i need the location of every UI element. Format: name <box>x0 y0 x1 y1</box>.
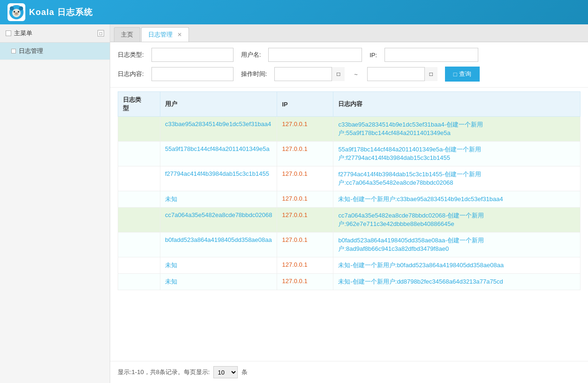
date-to-wrap: 2016-07-29 □ <box>367 67 437 81</box>
date-from-wrap: 2016-07-28 □ <box>274 67 345 81</box>
table-row: 未知127.0.0.1未知-创建一个新用户:b0fadd523a864a4198… <box>118 257 580 274</box>
table-row: b0fadd523a864a4198405dd358ae08aa127.0.0.… <box>118 233 580 257</box>
filter-row-1: 日志类型: 用户名: IP: <box>118 48 580 62</box>
cell-user: f27794ac414f4b3984dab15c3c1b1455 <box>160 166 277 191</box>
filter-bar: 日志类型: 用户名: IP: 日志内容: 操作时间: 2016-07-28 □ … <box>110 42 588 88</box>
table-wrap: 日志类型 用户 IP 日志内容 c33bae95a2834514b9e1dc53… <box>110 88 588 361</box>
cell-user: b0fadd523a864a4198405dd358ae08aa <box>160 233 277 257</box>
cell-ip: 127.0.0.1 <box>277 117 333 142</box>
table-row: f27794ac414f4b3984dab15c3c1b1455127.0.0.… <box>118 166 580 191</box>
date-to-btn[interactable]: □ <box>424 67 437 81</box>
cell-content: c33bae95a2834514b9e1dc53ef31baa4-创建一个新用户… <box>333 117 580 142</box>
query-label: 查询 <box>459 70 471 78</box>
svg-point-5 <box>14 11 15 13</box>
cell-type <box>118 142 160 166</box>
log-type-label: 日志类型: <box>118 51 144 59</box>
log-management-checkbox <box>11 49 16 53</box>
query-button[interactable]: □ 查询 <box>445 67 480 82</box>
sidebar-item-label: 日志管理 <box>19 47 43 55</box>
app-header: Koala 日志系统 <box>0 0 588 24</box>
svg-point-2 <box>19 6 23 10</box>
col-log-type: 日志类型 <box>118 92 160 117</box>
cell-user: 未知 <box>160 257 277 274</box>
cell-ip: 127.0.0.1 <box>277 166 333 191</box>
svg-point-7 <box>15 13 17 15</box>
cell-type <box>118 257 160 274</box>
tab-home[interactable]: 主页 <box>114 27 140 42</box>
col-ip: IP <box>277 92 333 117</box>
cell-content: 未知-创建一个新用户:c33bae95a2834514b9e1dc53ef31b… <box>333 191 580 208</box>
cell-content: 未知-创建一个新用户:dd8798b2fec34568a64d3213a77a7… <box>333 274 580 290</box>
page-size-select[interactable]: 102050100 <box>213 366 238 378</box>
svg-point-6 <box>18 11 20 13</box>
cell-user: 55a9f178bc144cf484a2011401349e5a <box>160 142 277 166</box>
cell-type <box>118 274 160 290</box>
table-header-row: 日志类型 用户 IP 日志内容 <box>118 92 580 117</box>
username-input[interactable] <box>268 48 362 62</box>
cell-content: f27794ac414f4b3984dab15c3c1b1455-创建一个新用户… <box>333 166 580 191</box>
table-row: c33bae95a2834514b9e1dc53ef31baa4127.0.0.… <box>118 117 580 142</box>
cell-user: c33bae95a2834514b9e1dc53ef31baa4 <box>160 117 277 142</box>
cell-ip: 127.0.0.1 <box>277 208 333 233</box>
pagination-info: 显示:1-10，共8条记录。每页显示: <box>118 368 210 376</box>
cell-user: cc7a064a35e5482ea8cde78bbdc02068 <box>160 208 277 233</box>
cell-user: 未知 <box>160 191 277 208</box>
filter-row-2: 日志内容: 操作时间: 2016-07-28 □ ~ 2016-07-29 □ … <box>118 67 580 82</box>
main-layout: 主菜单 □ 日志管理 主页 日志管理 ✕ 日志类型: 用户名: <box>0 24 588 383</box>
cell-ip: 127.0.0.1 <box>277 142 333 166</box>
log-table: 日志类型 用户 IP 日志内容 c33bae95a2834514b9e1dc53… <box>118 91 580 290</box>
sidebar-collapse-icon[interactable]: □ <box>98 30 104 37</box>
table-row: cc7a064a35e5482ea8cde78bbdc02068127.0.0.… <box>118 208 580 233</box>
username-label: 用户名: <box>241 51 261 59</box>
date-separator: ~ <box>352 71 360 78</box>
cell-ip: 127.0.0.1 <box>277 274 333 290</box>
col-log-content: 日志内容 <box>333 92 580 117</box>
pagination: 显示:1-10，共8条记录。每页显示: 102050100 条 <box>110 361 588 383</box>
op-time-label: 操作时间: <box>241 70 267 78</box>
log-type-input[interactable] <box>151 48 234 62</box>
cell-content: b0fadd523a864a4198405dd358ae08aa-创建一个新用户… <box>333 233 580 257</box>
table-row: 未知127.0.0.1未知-创建一个新用户:dd8798b2fec34568a6… <box>118 274 580 290</box>
table-row: 未知127.0.0.1未知-创建一个新用户:c33bae95a2834514b9… <box>118 191 580 208</box>
cell-ip: 127.0.0.1 <box>277 257 333 274</box>
col-user: 用户 <box>160 92 277 117</box>
cell-ip: 127.0.0.1 <box>277 191 333 208</box>
sidebar-main-menu-label: 主菜单 <box>14 29 32 38</box>
svg-point-1 <box>10 6 14 10</box>
sidebar-item-log-management[interactable]: 日志管理 <box>0 43 110 60</box>
logo: Koala 日志系统 <box>8 3 93 21</box>
logo-icon <box>8 3 25 21</box>
tab-close-icon[interactable]: ✕ <box>177 31 182 38</box>
cell-content: 55a9f178bc144cf484a2011401349e5a-创建一个新用户… <box>333 142 580 166</box>
main-menu-checkbox <box>6 30 11 36</box>
log-content-label: 日志内容: <box>118 70 144 78</box>
cell-user: 未知 <box>160 274 277 290</box>
cell-content: 未知-创建一个新用户:b0fadd523a864a4198405dd358ae0… <box>333 257 580 274</box>
cell-type <box>118 208 160 233</box>
pagination-unit: 条 <box>241 368 248 376</box>
sidebar: 主菜单 □ 日志管理 <box>0 24 110 383</box>
table-row: 55a9f178bc144cf484a2011401349e5a127.0.0.… <box>118 142 580 166</box>
date-from-btn[interactable]: □ <box>332 67 345 81</box>
cell-ip: 127.0.0.1 <box>277 233 333 257</box>
app-title: Koala 日志系统 <box>29 7 93 18</box>
cell-type <box>118 117 160 142</box>
cell-content: cc7a064a35e5482ea8cde78bbdc02068-创建一个新用户… <box>333 208 580 233</box>
query-icon: □ <box>453 71 457 78</box>
ip-input[interactable] <box>384 48 478 62</box>
tab-bar: 主页 日志管理 ✕ <box>110 24 588 42</box>
cell-type <box>118 191 160 208</box>
ip-label: IP: <box>369 52 377 59</box>
main-content: 主页 日志管理 ✕ 日志类型: 用户名: IP: 日志内容: 操作时间: <box>110 24 588 383</box>
log-content-input[interactable] <box>151 67 234 81</box>
cell-type <box>118 233 160 257</box>
tab-log-management[interactable]: 日志管理 ✕ <box>141 27 189 42</box>
sidebar-main-menu[interactable]: 主菜单 □ <box>0 24 110 43</box>
cell-type <box>118 166 160 191</box>
